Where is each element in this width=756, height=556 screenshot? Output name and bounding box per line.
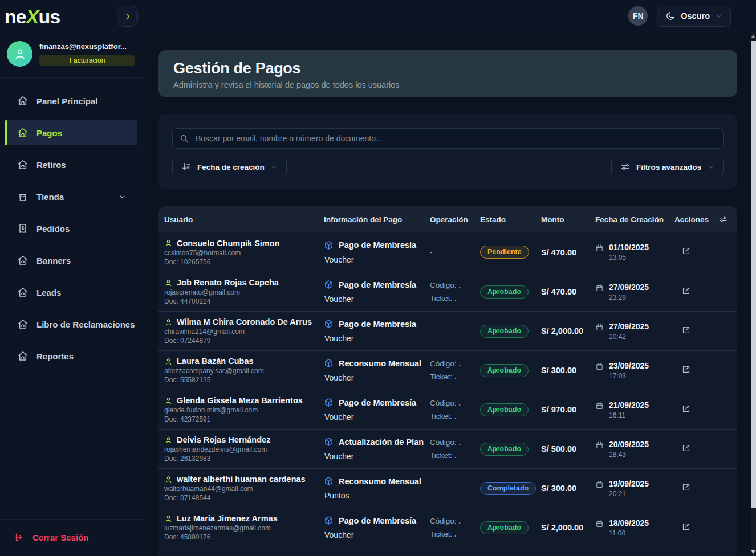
user-doc: Doc: 07148544 bbox=[164, 494, 319, 502]
user-avatar[interactable]: FN bbox=[628, 6, 648, 26]
open-detail-button[interactable] bbox=[674, 522, 691, 532]
table-row[interactable]: Consuelo Chumpik Simon ccsimon75@hotmail… bbox=[158, 232, 737, 272]
amount-cell: S/ 2,000.00 bbox=[536, 326, 591, 336]
sidebar-collapse-button[interactable] bbox=[117, 6, 138, 27]
payment-method: Voucher bbox=[324, 412, 425, 422]
app-logo: neXus bbox=[5, 7, 60, 26]
sidebar-item-pagos[interactable]: Pagos bbox=[5, 120, 137, 145]
user-email: rojascrenato@gmail.com bbox=[164, 288, 319, 296]
open-detail-button[interactable] bbox=[674, 246, 691, 256]
sidebar-item-leads[interactable]: Leads bbox=[5, 280, 137, 305]
open-detail-button[interactable] bbox=[674, 483, 691, 492]
scrollbar-thumb[interactable] bbox=[751, 41, 756, 508]
page-header-card: Gestión de Pagos Administra y revisa el … bbox=[158, 50, 737, 97]
creation-date: 01/10/2025 bbox=[609, 243, 649, 252]
payment-method: Voucher bbox=[324, 334, 425, 343]
search-icon bbox=[179, 133, 189, 144]
date-cell: 19/09/2025 20:21 bbox=[591, 479, 670, 498]
user-icon bbox=[164, 514, 173, 523]
package-icon bbox=[324, 358, 334, 368]
status-cell: Aprobado bbox=[475, 443, 536, 456]
payment-type: Reconsumo Mensual bbox=[339, 477, 421, 486]
amount-cell: S/ 970.00 bbox=[536, 405, 591, 414]
user-icon bbox=[164, 357, 173, 366]
sidebar-item-reportes[interactable]: Reportes bbox=[5, 344, 137, 369]
open-detail-button[interactable] bbox=[674, 404, 691, 414]
payment-method: Voucher bbox=[324, 255, 425, 264]
payment-info-cell: Reconsumo Mensual Voucher bbox=[319, 358, 425, 382]
scrollbar[interactable] bbox=[751, 32, 756, 556]
operation-cell: Código: . Ticket: . bbox=[425, 438, 475, 460]
theme-toggle-button[interactable]: Oscuro bbox=[657, 6, 731, 27]
user-name: walter alberthi huaman cardenas bbox=[177, 475, 306, 484]
date-cell: 23/09/2025 17:03 bbox=[591, 361, 670, 380]
table-row[interactable]: Luz Maria Jimenez Armas luzmariajimeneza… bbox=[158, 508, 737, 547]
operation-cell: Código: . Ticket: . bbox=[425, 517, 475, 538]
profile-email: finanzas@nexusplatfor... bbox=[39, 42, 135, 51]
payment-info-cell: Pago de Membresía Voucher bbox=[319, 398, 425, 422]
user-name: Consuelo Chumpik Simon bbox=[177, 239, 279, 248]
operation-cell: - bbox=[425, 248, 475, 256]
sort-dropdown[interactable]: Fecha de creación bbox=[172, 157, 287, 177]
date-cell: 18/09/2025 11:00 bbox=[591, 518, 670, 537]
operation-codigo: Código: . bbox=[430, 399, 475, 407]
status-badge: Pendiente bbox=[480, 246, 529, 259]
open-detail-button[interactable] bbox=[674, 286, 691, 296]
operation-cell: Código: . Ticket: . bbox=[425, 281, 475, 302]
user-doc: Doc: 26132983 bbox=[164, 455, 319, 463]
sidebar-item-libro-de-reclamaciones[interactable]: Libro de Reclamaciones bbox=[5, 312, 137, 337]
actions-cell bbox=[670, 365, 713, 377]
sidebar-item-tienda[interactable]: Tienda bbox=[5, 184, 137, 209]
payment-info-cell: Reconsumo Mensual Puntos bbox=[319, 476, 425, 500]
status-badge: Aprobado bbox=[480, 325, 529, 338]
sidebar-item-label: Reportes bbox=[36, 351, 74, 361]
status-cell: Aprobado bbox=[475, 403, 536, 416]
sidebar-item-pedidos[interactable]: $Pedidos bbox=[5, 216, 137, 241]
date-cell: 20/09/2025 18:43 bbox=[591, 440, 670, 459]
calendar-icon bbox=[595, 520, 604, 528]
logout-button[interactable]: Cerrar Sesión bbox=[0, 519, 144, 556]
amount-cell: S/ 470.00 bbox=[536, 287, 591, 296]
table-row[interactable]: Laura Bazán Cubas altezzacompany.sac@gma… bbox=[158, 350, 737, 390]
chevron-down-icon bbox=[715, 13, 722, 20]
package-icon bbox=[324, 476, 334, 486]
sidebar-item-panel-principal[interactable]: Panel Principal bbox=[5, 88, 137, 113]
scrollbar-down-arrow[interactable] bbox=[751, 550, 755, 554]
creation-time: 20:21 bbox=[609, 490, 649, 498]
actions-cell bbox=[670, 246, 713, 258]
open-detail-button[interactable] bbox=[674, 443, 691, 453]
package-icon bbox=[324, 516, 334, 525]
table-row[interactable]: Job Renato Rojas Capcha rojascrenato@gma… bbox=[158, 272, 737, 311]
profile-avatar bbox=[7, 41, 32, 67]
creation-time: 17:03 bbox=[609, 372, 649, 380]
status-badge: Aprobado bbox=[480, 521, 529, 534]
table-row[interactable]: Glenda Gissela Meza Barrientos glenda.fu… bbox=[158, 390, 737, 429]
amount-cell: S/ 300.00 bbox=[536, 484, 591, 493]
sidebar-item-banners[interactable]: Banners bbox=[5, 248, 137, 273]
scrollbar-up-arrow[interactable] bbox=[751, 35, 755, 38]
creation-date: 19/09/2025 bbox=[609, 479, 649, 488]
column-settings-icon[interactable] bbox=[713, 215, 727, 224]
search-input[interactable] bbox=[172, 128, 724, 149]
user-name: Wilma M Chira Coronado De Arrus bbox=[177, 317, 312, 326]
date-cell: 21/09/2025 16:11 bbox=[591, 400, 670, 419]
open-detail-button[interactable] bbox=[674, 365, 691, 374]
user-doc: Doc: 45890176 bbox=[164, 533, 319, 541]
open-detail-button[interactable] bbox=[674, 325, 691, 335]
sidebar-item-retiros[interactable]: Retiros bbox=[5, 152, 137, 177]
user-doc: Doc: 10265756 bbox=[164, 258, 319, 266]
actions-cell bbox=[670, 286, 713, 298]
calendar-icon bbox=[595, 284, 604, 292]
column-header-monto: Monto bbox=[536, 215, 591, 224]
amount-cell: S/ 2,000.00 bbox=[536, 523, 591, 532]
table-row[interactable]: walter alberthi huaman cardenas walterhu… bbox=[158, 468, 737, 508]
creation-time: 16:11 bbox=[609, 411, 649, 419]
table-row[interactable]: Wilma M Chira Coronado De Arrus chiravil… bbox=[158, 311, 737, 350]
user-icon bbox=[164, 475, 173, 484]
sidebar-item-label: Pedidos bbox=[36, 224, 70, 234]
actions-cell bbox=[670, 443, 713, 455]
advanced-filters-button[interactable]: Filtros avanzados bbox=[611, 157, 724, 177]
status-badge: Aprobado bbox=[480, 403, 529, 416]
table-row[interactable]: Deivis Rojas Hernández rojashernandezdei… bbox=[158, 429, 737, 468]
payment-type: Pago de Membresía bbox=[339, 398, 416, 407]
